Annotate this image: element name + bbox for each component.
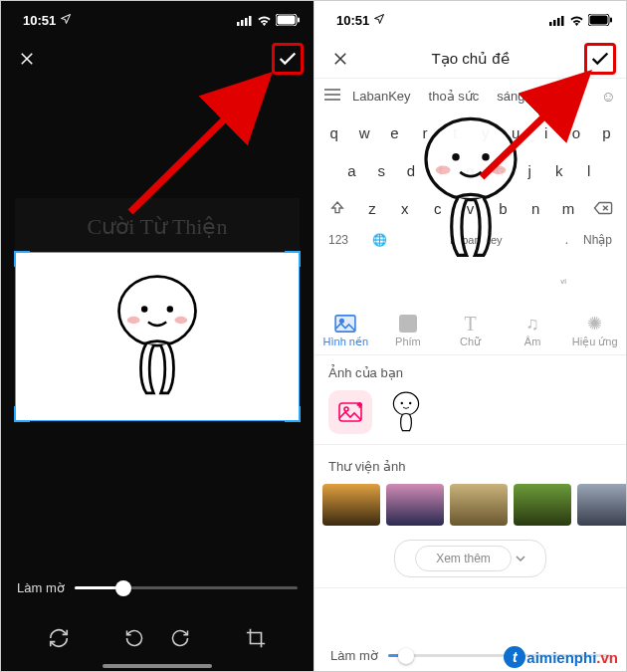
numkey[interactable]: 123	[328, 233, 372, 247]
suggestion-bar: LabanKey thoả sức sáng ☺	[314, 79, 626, 110]
watermark-text: aimienphi	[526, 649, 596, 666]
music-icon: ♫	[502, 312, 564, 336]
svg-rect-30	[399, 315, 417, 333]
your-images-row: +	[314, 384, 626, 444]
confirm-button[interactable]	[584, 43, 616, 75]
phone-crop-screen: 10:51	[1, 1, 314, 672]
see-more-label: Xem thêm	[415, 546, 512, 571]
svg-text:+: +	[357, 402, 362, 410]
confirm-button[interactable]	[272, 43, 304, 75]
see-more-button[interactable]: Xem thêm	[314, 534, 626, 587]
topbar: Tạo chủ đề	[314, 39, 626, 79]
crop-handle-tl[interactable]	[14, 251, 30, 267]
gallery-thumb[interactable]	[322, 484, 380, 526]
tab-font[interactable]: T Chữ	[439, 304, 502, 354]
rotate-right-icon[interactable]	[167, 625, 193, 651]
crop-icon[interactable]	[243, 625, 269, 651]
blur-label: Làm mờ	[330, 648, 378, 663]
signal-icon	[549, 15, 565, 26]
wifi-icon	[569, 15, 584, 26]
slider-thumb[interactable]	[115, 580, 131, 596]
tab-keys[interactable]: Phím	[377, 304, 440, 354]
tab-label: Hiệu ứng	[563, 336, 626, 348]
menu-icon[interactable]	[324, 89, 340, 104]
key-a[interactable]: a	[338, 153, 365, 187]
backspace-key[interactable]	[586, 191, 620, 225]
refresh-icon[interactable]	[46, 625, 72, 651]
suggestion-1[interactable]: LabanKey	[346, 87, 417, 106]
tab-sound[interactable]: ♫ Âm	[502, 304, 564, 354]
status-time: 10:51	[336, 13, 369, 28]
key-k[interactable]: k	[545, 153, 572, 187]
svg-rect-5	[278, 16, 296, 25]
user-image-thumb[interactable]	[384, 390, 428, 434]
phone-theme-screen: 10:51 Tạo chủ đề	[314, 1, 626, 672]
key-z[interactable]: z	[357, 191, 387, 225]
keyboard-bg-character	[406, 114, 535, 268]
close-button[interactable]	[11, 43, 43, 75]
globe-icon[interactable]: 🌐	[372, 233, 387, 247]
text-icon: T	[439, 312, 502, 336]
signal-icon	[237, 15, 253, 26]
key-m[interactable]: m	[553, 191, 583, 225]
crop-handle-br[interactable]	[285, 406, 301, 422]
section-library: Thư viện ảnh	[314, 449, 626, 478]
svg-line-12	[130, 77, 268, 212]
tab-effect[interactable]: ✺ Hiệu ứng	[563, 304, 626, 354]
crop-frame[interactable]	[15, 252, 300, 421]
svg-point-26	[435, 165, 450, 174]
key-q[interactable]: q	[320, 115, 347, 149]
key-l[interactable]: l	[575, 153, 602, 187]
add-image-button[interactable]: +	[328, 390, 372, 434]
slider-thumb[interactable]	[398, 648, 414, 664]
svg-rect-3	[249, 16, 252, 26]
topbar	[1, 39, 314, 79]
svg-rect-6	[298, 18, 300, 23]
svg-point-7	[119, 277, 196, 346]
svg-rect-18	[590, 16, 608, 25]
key-o[interactable]: o	[562, 115, 589, 149]
key-i[interactable]: i	[532, 115, 559, 149]
gallery-thumb[interactable]	[514, 484, 571, 526]
shift-key[interactable]	[320, 191, 354, 225]
divider	[314, 587, 626, 588]
watermark: t aimienphi .vn	[504, 646, 618, 668]
location-arrow-icon	[373, 13, 385, 28]
key-s[interactable]: s	[368, 153, 395, 187]
blur-control: Làm mờ	[1, 580, 314, 595]
emoji-icon[interactable]: ☺	[601, 88, 616, 105]
tab-label: Âm	[502, 336, 564, 347]
location-arrow-icon	[60, 13, 72, 28]
gallery-thumb[interactable]	[450, 484, 508, 526]
key-e[interactable]: e	[381, 115, 408, 149]
crop-handle-bl[interactable]	[14, 406, 30, 422]
svg-point-8	[141, 306, 147, 312]
svg-point-27	[491, 165, 506, 174]
svg-point-35	[401, 402, 403, 404]
svg-point-36	[409, 402, 411, 404]
vi-indicator: vi	[560, 277, 566, 286]
tab-background[interactable]: Hình nền	[314, 304, 377, 354]
suggestion-3[interactable]: sáng	[491, 87, 594, 106]
svg-rect-0	[237, 22, 240, 26]
svg-rect-16	[561, 16, 564, 26]
status-bar: 10:51	[1, 1, 314, 39]
blur-slider[interactable]	[75, 586, 298, 589]
gallery-thumb[interactable]	[386, 484, 444, 526]
gallery-thumb[interactable]	[577, 484, 626, 526]
key-p[interactable]: p	[593, 115, 620, 149]
suggestion-2[interactable]: thoả sức	[423, 87, 486, 106]
enter-key[interactable]: Nhập	[568, 233, 612, 247]
rotate-left-icon[interactable]	[121, 625, 147, 651]
tab-label: Phím	[377, 336, 440, 347]
sparkle-icon: ✺	[563, 312, 626, 336]
crop-handle-tr[interactable]	[285, 251, 301, 267]
svg-point-23	[426, 118, 516, 199]
tab-label: Hình nền	[314, 336, 377, 348]
tab-label: Chữ	[439, 336, 502, 348]
close-button[interactable]	[324, 43, 356, 75]
key-w[interactable]: w	[350, 115, 377, 149]
chevron-down-icon	[516, 554, 525, 563]
battery-icon	[588, 14, 612, 26]
svg-point-34	[393, 392, 418, 415]
